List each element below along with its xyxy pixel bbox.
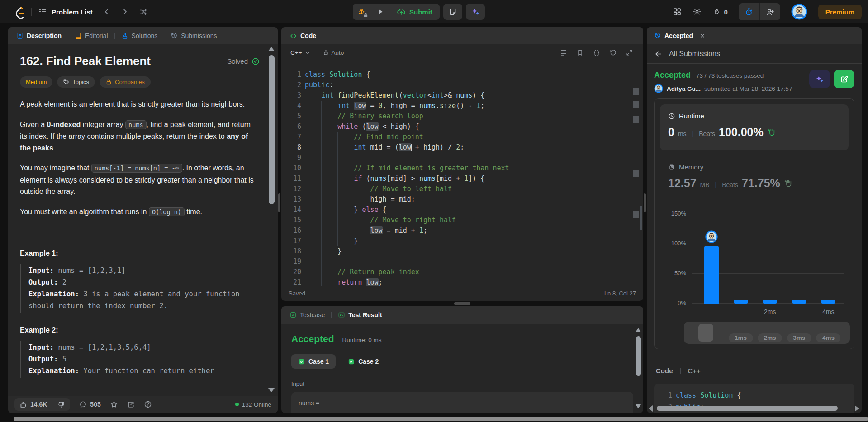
format-code-icon[interactable]	[560, 49, 568, 57]
case-tab-2[interactable]: Case 2	[341, 354, 385, 369]
bookmark-icon[interactable]	[576, 49, 584, 56]
code-line[interactable]: 21 return low;	[281, 277, 643, 286]
code-line[interactable]: 15 // Move to right half	[281, 215, 643, 225]
dislike-button[interactable]	[52, 398, 70, 411]
chart-bar-3ms[interactable]	[792, 300, 806, 304]
tab-submissions[interactable]: Submissions	[171, 32, 217, 39]
autocomplete-toggle[interactable]: Auto	[323, 49, 344, 56]
scroll-right-arrow[interactable]	[855, 405, 859, 412]
edit-solution-button[interactable]	[834, 70, 854, 88]
panel-resize-handle-horizontal[interactable]	[454, 302, 470, 305]
problem-list-icon[interactable]	[38, 7, 47, 16]
slider-thumb[interactable]	[698, 324, 713, 342]
code-line[interactable]: 1class Solution {	[281, 70, 643, 80]
panel-resize-handle-left[interactable]	[278, 193, 280, 212]
submit-label: Submit	[409, 8, 432, 16]
code-line[interactable]: 12 // Move to left half	[281, 184, 643, 194]
companies-tag[interactable]: Companies	[100, 76, 151, 88]
input-field[interactable]: nums =	[291, 392, 633, 413]
all-submissions-nav[interactable]: All Submissions	[647, 44, 862, 64]
tab-solutions[interactable]: Solutions	[121, 32, 158, 39]
page-scrollbar-thumb[interactable]	[14, 417, 868, 421]
code-line[interactable]: 17 }	[281, 236, 643, 246]
next-problem-button[interactable]	[121, 8, 129, 16]
panel-resize-handle-right[interactable]	[644, 193, 646, 212]
difficulty-badge[interactable]: Medium	[20, 76, 52, 88]
test-panel-scrollbar[interactable]	[636, 336, 641, 376]
chart-bar-2ms[interactable]	[763, 300, 777, 304]
favorite-button[interactable]	[110, 400, 118, 408]
scroll-down-arrow[interactable]	[636, 404, 641, 408]
topics-tag[interactable]: Topics	[57, 76, 95, 88]
code-line[interactable]: 16 low = mid + 1;	[281, 225, 643, 236]
language-selector[interactable]: C++	[288, 47, 313, 58]
scroll-down-arrow[interactable]	[268, 388, 275, 392]
tab-code[interactable]: Code	[289, 32, 316, 40]
ai-assistant-button[interactable]	[466, 4, 485, 20]
tab-testcase[interactable]: Testcase	[289, 311, 325, 319]
scroll-up-arrow[interactable]	[268, 47, 275, 51]
share-button[interactable]	[127, 401, 135, 408]
code-line[interactable]: 5 // Binary search loop	[281, 111, 643, 122]
timer-button[interactable]	[739, 3, 759, 20]
code-line[interactable]: 6 while (low < high) {	[281, 122, 643, 132]
debug-button[interactable]	[353, 4, 371, 20]
premium-button[interactable]: Premium	[818, 5, 862, 19]
code-line[interactable]: 13 high = mid;	[281, 194, 643, 205]
case-tab-1[interactable]: Case 1	[291, 354, 336, 369]
scroll-left-arrow[interactable]	[649, 405, 653, 412]
reset-code-icon[interactable]	[609, 49, 617, 56]
close-tab-icon[interactable]	[699, 33, 706, 39]
prev-problem-button[interactable]	[103, 8, 111, 16]
tab-accepted[interactable]: Accepted	[654, 32, 693, 39]
settings-gear-icon[interactable]	[693, 7, 702, 16]
user-avatar[interactable]	[791, 4, 807, 20]
cursor-position[interactable]: Ln 8, Col 27	[604, 290, 636, 297]
tab-test-result[interactable]: Test Result	[338, 311, 382, 319]
runtime-stat[interactable]: Runtime 0 ms | Beats 100.00%	[660, 104, 849, 150]
layout-icon[interactable]	[673, 7, 682, 16]
hscrollbar-thumb[interactable]	[657, 406, 838, 411]
left-panel-scrollbar[interactable]	[269, 55, 275, 204]
notes-button[interactable]	[443, 4, 462, 20]
shuffle-icon[interactable]	[139, 8, 147, 16]
code-line[interactable]: 4 int low = 0, high = nums.size() - 1;	[281, 101, 643, 111]
testcases-passed: 73 / 73 testcases passed	[696, 72, 764, 79]
comments-button[interactable]: 505	[79, 401, 100, 408]
code-line[interactable]: 11 if (nums[mid] > nums[mid + 1]) {	[281, 173, 643, 184]
code-line[interactable]: 9	[281, 153, 643, 163]
problem-list-label[interactable]: Problem List	[52, 8, 93, 16]
memory-stat[interactable]: Memory 12.57 MB | Beats 71.75%	[668, 163, 792, 190]
fullscreen-icon[interactable]	[626, 49, 633, 56]
chart-range-slider[interactable]: 1ms2ms3ms4ms	[684, 322, 850, 344]
snippets-icon[interactable]	[593, 49, 601, 57]
like-button[interactable]: 14.6K	[14, 398, 52, 411]
chart-bar-0ms[interactable]	[704, 246, 719, 304]
code-line[interactable]: 14 } else {	[281, 205, 643, 215]
submit-button[interactable]: Submit	[389, 4, 440, 20]
tab-editorial[interactable]: Editorial	[75, 32, 108, 39]
run-button[interactable]	[371, 4, 389, 20]
chart-bar-1ms[interactable]	[734, 300, 748, 304]
leetcode-logo[interactable]	[14, 5, 25, 19]
analyze-ai-button[interactable]	[809, 70, 830, 88]
code-line[interactable]: 3 int findPeakElement(vector<int>& nums)…	[281, 90, 643, 101]
streak-counter[interactable]: 0	[712, 8, 727, 16]
code-line[interactable]: 19	[281, 257, 643, 267]
code-line[interactable]: 18 }	[281, 246, 643, 257]
code-line[interactable]: 2public:	[281, 80, 643, 90]
code-line[interactable]: 7 // Find mid point	[281, 132, 643, 142]
code-line[interactable]: 20 // Return peak index	[281, 267, 643, 277]
star-icon	[110, 400, 118, 408]
chart-bar-4ms[interactable]	[821, 300, 835, 304]
help-button[interactable]	[144, 400, 152, 408]
code-line[interactable]: 10 // If mid element is greater than nex…	[281, 163, 643, 173]
code-line[interactable]: 8 int mid = (low + high) / 2;	[281, 142, 643, 153]
scroll-up-arrow[interactable]	[636, 328, 641, 332]
code-line[interactable]: 1class Solution {	[659, 389, 850, 401]
collaborate-button[interactable]	[759, 3, 780, 20]
code-editor[interactable]: 1class Solution {2public:3 int findPeakE…	[281, 61, 643, 286]
editor-scrollbar[interactable]	[640, 206, 642, 230]
runtime-distribution-chart[interactable]: 0%50%100%150% 2ms4ms	[655, 214, 852, 318]
tab-description[interactable]: Description	[16, 32, 62, 39]
